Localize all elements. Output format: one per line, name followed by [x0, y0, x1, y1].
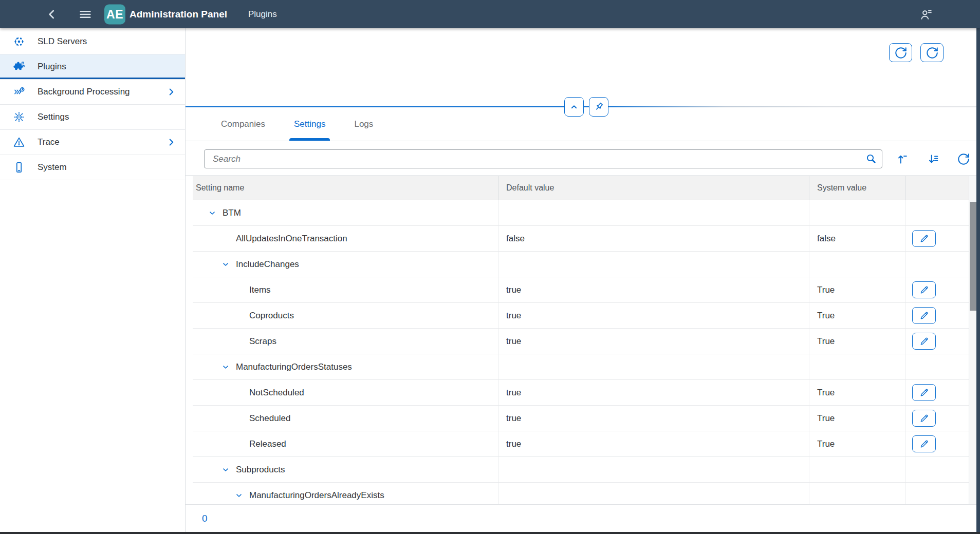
tab-settings[interactable]: Settings — [291, 107, 328, 141]
actions-cell — [906, 457, 969, 482]
tab-label: Logs — [354, 119, 373, 129]
system-icon — [13, 161, 25, 174]
system-value-cell: True — [809, 329, 906, 354]
pin-icon — [593, 101, 604, 112]
expand-toggle-icon[interactable] — [221, 363, 230, 371]
row-count[interactable]: 0 — [202, 513, 208, 524]
window-bottom-edge — [0, 532, 980, 534]
tab-companies[interactable]: Companies — [218, 107, 268, 141]
collapse-header-button[interactable] — [564, 97, 584, 117]
table-refresh-button[interactable] — [957, 152, 970, 166]
setting-name: ManufacturingOrdersAlreadyExists — [249, 490, 384, 501]
table-row-coproducts[interactable]: Coproducts true True — [193, 303, 969, 329]
table-toolbar — [186, 142, 976, 176]
vertical-scrollbar[interactable] — [969, 176, 976, 504]
table-row-subproducts[interactable]: Subproducts — [193, 457, 969, 483]
column-header-default-value[interactable]: Default value — [499, 176, 809, 200]
setting-name: IncludeChanges — [236, 259, 299, 270]
actions-cell — [906, 354, 969, 379]
actions-cell — [906, 277, 969, 302]
sort-ascending-button[interactable] — [896, 152, 909, 166]
sort-descending-button[interactable] — [927, 152, 940, 166]
administration-panel-window: AE Administration Panel Plugins SLD Serv… — [0, 0, 980, 534]
table-row-released[interactable]: Released true True — [193, 431, 969, 457]
user-icon — [919, 7, 933, 21]
expand-toggle-icon[interactable] — [221, 260, 230, 269]
table-row-allupdatesinonetransaction[interactable]: AllUpdatesInOneTransaction false false — [193, 226, 969, 252]
search-icon[interactable] — [865, 152, 877, 165]
edit-button[interactable] — [912, 281, 936, 298]
default-value-cell: true — [499, 303, 809, 328]
refresh-button-2[interactable] — [920, 43, 944, 62]
actions-cell — [906, 483, 969, 504]
system-value-cell — [809, 354, 906, 379]
system-value-cell: True — [809, 303, 906, 328]
setting-name: Scheduled — [249, 413, 290, 424]
refresh-icon — [894, 46, 908, 60]
system-value-cell — [809, 200, 906, 225]
sidebar-item-label: System — [38, 162, 67, 173]
column-header-system-value[interactable]: System value — [809, 176, 906, 200]
table-row-manufacturingordersstatuses[interactable]: ManufacturingOrdersStatuses — [193, 354, 969, 380]
setting-name: ManufacturingOrdersStatuses — [236, 362, 352, 372]
table-row-includechanges[interactable]: IncludeChanges — [193, 252, 969, 277]
actions-cell — [906, 406, 969, 431]
user-menu-button[interactable] — [919, 7, 933, 21]
tab-label: Settings — [294, 119, 325, 129]
table-header-row: Setting name Default value System value — [193, 176, 969, 200]
sidebar-item-plugins[interactable]: Plugins — [0, 54, 185, 80]
sidebar-item-label: Background Processing — [38, 87, 130, 97]
trace-icon — [13, 136, 25, 148]
app-logo: AE — [104, 4, 125, 24]
edit-button[interactable] — [912, 307, 936, 324]
edit-button[interactable] — [912, 230, 936, 247]
refresh-icon — [926, 46, 939, 60]
default-value-cell: true — [499, 380, 809, 405]
plugins-icon — [13, 61, 25, 73]
expand-toggle-icon[interactable] — [221, 466, 230, 474]
search-field — [204, 149, 882, 168]
table-row-items[interactable]: Items true True — [193, 277, 969, 303]
expand-toggle-icon[interactable] — [235, 491, 243, 500]
edit-button[interactable] — [912, 435, 936, 452]
expand-toggle-icon[interactable] — [208, 209, 216, 217]
table-row-manufacturingordersalreadyexists[interactable]: ManufacturingOrdersAlreadyExists — [193, 483, 969, 504]
settings-tree-table: BTM AllUpdatesInOneTransaction false fal… — [193, 200, 969, 504]
default-value-cell: true — [499, 431, 809, 456]
setting-name: Subproducts — [236, 465, 285, 475]
back-button[interactable] — [45, 8, 59, 21]
table-row-scraps[interactable]: Scraps true True — [193, 329, 969, 354]
menu-button[interactable] — [78, 7, 93, 22]
default-value-cell — [499, 354, 809, 379]
app-subtitle: Plugins — [248, 9, 277, 20]
table-row-notscheduled[interactable]: NotScheduled true True — [193, 380, 969, 406]
sidebar-item-system[interactable]: System — [0, 155, 185, 180]
sidebar-item-background-processing[interactable]: Background Processing — [0, 80, 185, 105]
tab-label: Companies — [221, 119, 265, 129]
actions-cell — [906, 380, 969, 405]
edit-button[interactable] — [912, 384, 936, 401]
tab-logs[interactable]: Logs — [351, 107, 376, 141]
sidebar-item-trace[interactable]: Trace — [0, 130, 185, 155]
pin-header-button[interactable] — [589, 97, 608, 117]
sidebar-item-settings[interactable]: Settings — [0, 105, 185, 130]
chevron-right-icon — [165, 137, 177, 148]
default-value-cell — [499, 457, 809, 482]
sidebar-item-sld-servers[interactable]: SLD Servers — [0, 29, 185, 54]
edit-button[interactable] — [912, 410, 936, 427]
sort-ascending-icon — [896, 152, 909, 166]
system-value-cell: True — [809, 406, 906, 431]
refresh-button-1[interactable] — [889, 43, 912, 62]
search-input[interactable] — [204, 149, 882, 168]
scrollbar-thumb[interactable] — [970, 202, 976, 311]
table-row-scheduled[interactable]: Scheduled true True — [193, 406, 969, 431]
column-header-setting-name[interactable]: Setting name — [193, 176, 499, 200]
actions-cell — [906, 329, 969, 354]
sld-servers-icon — [13, 35, 25, 48]
default-value-cell: true — [499, 277, 809, 302]
edit-button[interactable] — [912, 333, 936, 350]
table-row-btm[interactable]: BTM — [193, 200, 969, 226]
settings-icon — [13, 111, 25, 123]
system-value-cell: True — [809, 277, 906, 302]
main-content: CompaniesSettingsLogs Setting name Defau… — [186, 28, 980, 534]
